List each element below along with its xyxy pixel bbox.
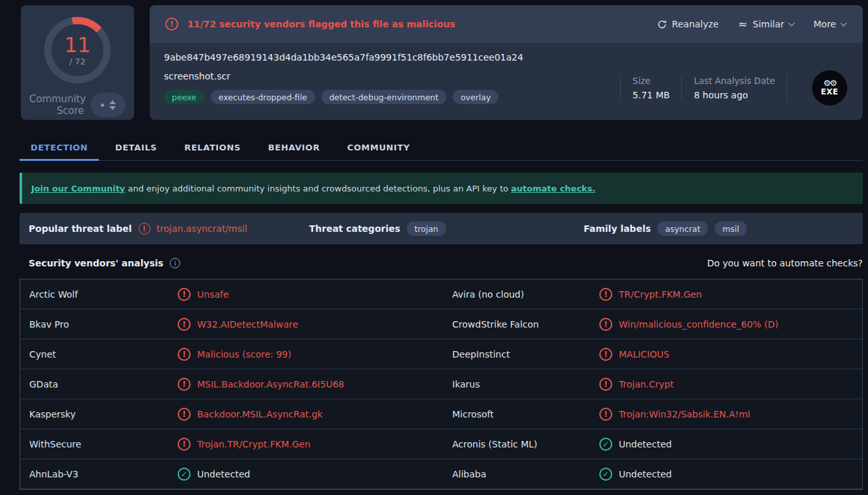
alert-icon [599,318,612,331]
file-hash[interactable]: 9abe847b497e68919143d4da1bb34e565a7fa999… [164,52,608,63]
similar-label: Similar [753,19,785,29]
vendors-analysis-title: Security vendors' analysis [29,258,163,268]
threat-categories-pills: trojan [407,221,446,236]
alert-icon [599,378,612,391]
vendor-name: Ikarus [452,379,599,389]
vote-down-icon[interactable] [109,106,116,110]
divider [787,75,787,101]
community-score-label: Community Score [29,93,84,117]
table-row: GDataMSIL.Backdoor.AsyncRat.6I5U68Ikarus… [20,369,862,399]
detection-result: W32.AIDetectMalware [178,318,452,331]
vendor-name: Alibaba [452,469,599,479]
divider [620,75,621,101]
divider [681,75,682,101]
vendors-table: Arctic WolfUnsafeAvira (no cloud)TR/Cryp… [20,279,863,490]
detection-result-text: TR/Crypt.FKM.Gen [619,289,702,300]
vendor-name: AhnLab-V3 [29,469,178,479]
alert-icon [178,348,191,361]
similar-button[interactable]: ≈ Similar [739,19,794,29]
vote-up-icon[interactable] [109,100,116,104]
threat-label-value: trojan.asyncrat/msil [157,223,247,234]
alert-icon [599,408,612,421]
gears-icon [823,79,835,87]
reanalyze-button[interactable]: Reanalyze [657,19,719,29]
chevron-down-icon [841,20,847,26]
family-label-pill[interactable]: asyncrat [657,221,708,236]
similar-icon: ≈ [739,21,748,27]
detection-result: Trojan.Crypt [599,378,862,391]
table-row: KasperskyBackdoor.MSIL.AsyncRat.gkMicros… [20,399,862,429]
threat-categories-label: Threat categories [309,223,400,234]
file-type-label: EXE [821,87,838,96]
alert-icon [178,378,191,391]
detection-result-text: Win/malicious_confidence_60% (D) [619,319,778,330]
detection-result-text: Trojan.TR/Crypt.FKM.Gen [197,439,310,449]
detection-score-card: 11 / 72 Community Score [21,5,134,120]
detection-result-text: W32.AIDetectMalware [197,319,298,330]
vendor-name: GData [29,379,178,389]
vendor-name: Cynet [29,349,178,360]
info-icon[interactable] [170,258,180,268]
family-labels-pills: asyncratmsil [657,221,747,236]
table-row: WithSecureTrojan.TR/Crypt.FKM.GenAcronis… [20,429,862,459]
alert-icon [178,438,191,451]
tag-pill[interactable]: overlay [453,90,498,104]
tab-relations[interactable]: RELATIONS [173,133,252,160]
table-row: AhnLab-V3UndetectedAlibabaUndetected [20,459,862,489]
community-vote-widget[interactable] [90,92,126,117]
threat-label-card: Popular threat label trojan.asyncrat/msi… [20,213,863,244]
family-labels-label: Family labels [584,223,651,234]
file-name: screenshot.scr [164,71,608,81]
detection-result: Undetected [599,438,862,451]
join-community-link[interactable]: Join our Community [31,184,125,193]
detection-score-gauge: 11 / 72 [44,17,111,83]
tab-community[interactable]: COMMUNITY [336,133,421,160]
detection-score-gauge-inner: 11 / 72 [51,24,103,76]
detection-result-text: Undetected [197,469,250,479]
detection-result-text: Undetected [619,439,671,449]
detection-result: Trojan.TR/Crypt.FKM.Gen [178,438,452,451]
detection-result-text: MSIL.Backdoor.AsyncRat.6I5U68 [197,379,344,389]
threat-category-pill[interactable]: trojan [407,221,446,236]
automate-checks-link[interactable]: automate checks. [511,184,595,193]
chevron-down-icon [789,20,795,26]
tag-pill[interactable]: peexe [164,90,204,104]
size-label: Size [632,76,670,86]
vendor-name: Bkav Pro [29,319,178,330]
automate-checks-hint[interactable]: Do you want to automate checks? [707,258,863,268]
detection-result: TR/Crypt.FKM.Gen [599,288,862,301]
size-value: 5.71 MB [632,90,670,100]
more-button[interactable]: More [813,19,846,29]
vendor-name: Kaspersky [29,409,178,419]
table-row: Bkav ProW32.AIDetectMalwareCrowdStrike F… [20,309,862,339]
detection-score-total: / 72 [69,57,85,66]
detection-result-text: Backdoor.MSIL.AsyncRat.gk [197,409,323,419]
last-analysis-label: Last Analysis Date [694,76,775,86]
detection-result: Trojan:Win32/Sabsik.EN.A!ml [599,408,862,421]
check-icon [599,468,612,481]
table-row: Arctic WolfUnsafeAvira (no cloud)TR/Cryp… [20,279,862,309]
table-row: CynetMalicious (score: 99)DeepInstinctMA… [20,339,862,369]
detection-result-text: Undetected [619,469,671,479]
report-tabs: DETECTIONDETAILSRELATIONSBEHAVIORCOMMUNI… [20,133,863,161]
alert-icon [599,348,612,361]
alert-icon [178,288,191,301]
detection-result-text: Malicious (score: 99) [197,349,292,360]
vote-dot-icon [101,104,104,107]
last-analysis-value: 8 hours ago [694,90,775,100]
detection-result: Unsafe [178,288,452,301]
more-label: More [813,19,836,29]
popular-threat-label: Popular threat label [29,223,132,234]
detection-score-value: 11 [64,35,91,55]
detection-content: Join our Community and enjoy additional … [20,173,863,490]
alert-icon [165,18,178,31]
family-label-pill[interactable]: msil [714,221,747,236]
tag-pill[interactable]: executes-dropped-file [211,90,315,104]
tab-details[interactable]: DETAILS [104,133,168,160]
tab-detection[interactable]: DETECTION [20,133,99,160]
tab-behavior[interactable]: BEHAVIOR [257,133,331,160]
detection-result: MSIL.Backdoor.AsyncRat.6I5U68 [178,378,452,391]
tag-pill[interactable]: detect-debug-environment [321,90,446,104]
detection-result: Backdoor.MSIL.AsyncRat.gk [178,408,452,421]
check-icon [599,438,612,451]
